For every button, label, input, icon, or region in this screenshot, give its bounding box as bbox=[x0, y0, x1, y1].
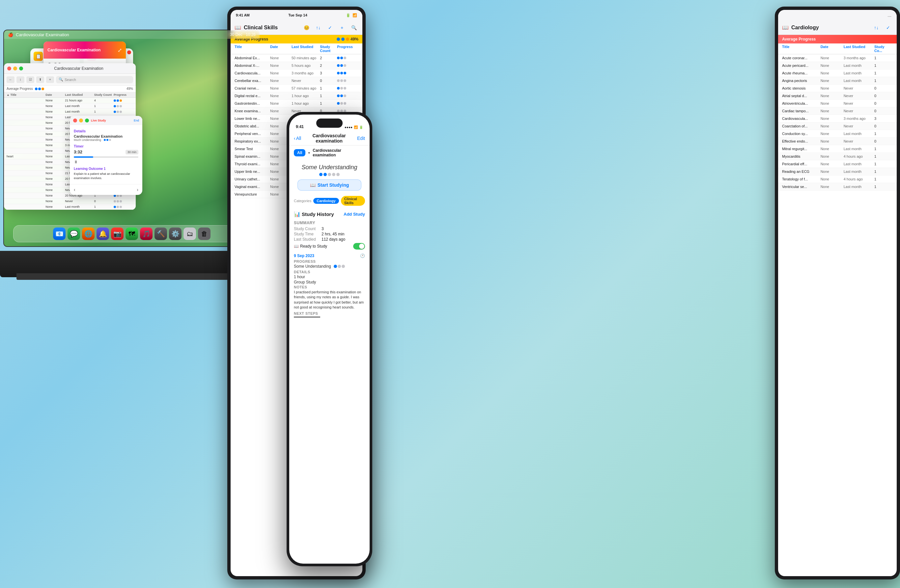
td-title: Upper limb ne... bbox=[234, 170, 270, 173]
cell-date: None bbox=[45, 166, 65, 169]
sort-icon-right[interactable]: ↑↓ bbox=[872, 23, 881, 32]
col-date[interactable]: Date bbox=[45, 93, 65, 96]
cell-date: None bbox=[45, 172, 65, 175]
th-title[interactable]: Title bbox=[234, 45, 270, 53]
th-count[interactable]: Study Count bbox=[320, 45, 337, 53]
back-button[interactable]: ← bbox=[6, 76, 14, 83]
emoji-icon[interactable]: 😊 bbox=[302, 23, 311, 32]
ipad-right-list-item[interactable]: Coarctation of...NoneNever0 bbox=[778, 122, 897, 130]
ipad-right-list-item[interactable]: Reading an ECGNoneLast month1 bbox=[778, 168, 897, 175]
traffic-light-close[interactable] bbox=[7, 67, 11, 70]
ipad-right-list-item[interactable]: Conduction sy...NoneLast month1 bbox=[778, 130, 897, 138]
dock-mail[interactable]: 📧 bbox=[53, 227, 65, 240]
ipad-right-list-item[interactable]: Pericardial eff...NoneLast month1 bbox=[778, 160, 897, 168]
dots-menu[interactable]: ... bbox=[888, 12, 891, 18]
ipad-right-list-item[interactable]: Cardiovascula...None3 months ago3 bbox=[778, 115, 897, 122]
ipad-right-list-item[interactable]: Mitral regurgit...NoneLast month1 bbox=[778, 145, 897, 153]
rtd-last: 3 months ago bbox=[844, 56, 874, 60]
search-icon[interactable]: 🔍 bbox=[349, 23, 358, 32]
cv-expand-icon[interactable]: ⤢ bbox=[118, 47, 122, 53]
td-progress bbox=[337, 64, 358, 67]
rtd-title: Acute coronar... bbox=[782, 56, 821, 60]
ipad-right-list-item[interactable]: Ventricular se...NoneLast month1 bbox=[778, 183, 897, 190]
ipad-list-item[interactable]: Cerebellar exa...NoneNever0 bbox=[231, 77, 362, 85]
dock-system-prefs[interactable]: ⚙️ bbox=[169, 227, 182, 240]
live-tl-green[interactable] bbox=[85, 119, 89, 122]
picker-all[interactable]: All bbox=[294, 149, 306, 156]
rth-count[interactable]: Study Co... bbox=[874, 45, 893, 53]
ipad-right-list-item[interactable]: Atrioventricula...NoneNever0 bbox=[778, 100, 897, 107]
rtd-title: Acute rheuma... bbox=[782, 71, 821, 75]
filter-button[interactable]: ☑ bbox=[26, 76, 34, 83]
add-study-button[interactable]: Add Study bbox=[344, 212, 365, 217]
dock-trash[interactable]: 🗑 bbox=[198, 227, 211, 240]
col-last[interactable]: Last Studied bbox=[65, 93, 94, 96]
prev-arrow[interactable]: ‹ bbox=[74, 187, 75, 192]
ipad-right-list-item[interactable]: Angina pectorisNoneLast month1 bbox=[778, 77, 897, 85]
ipad-right-list-item[interactable]: Aortic stenosisNoneNever0 bbox=[778, 85, 897, 92]
ipad-right-list-item[interactable]: Atrial septal d...NoneNever0 bbox=[778, 92, 897, 100]
share-button[interactable]: ⬆ bbox=[36, 76, 44, 83]
col-title[interactable]: ▲ Title bbox=[6, 93, 45, 96]
ipad-right-list-item[interactable]: Acute rheuma...NoneLast month1 bbox=[778, 70, 897, 77]
sort-icon[interactable]: ↑↓ bbox=[313, 23, 323, 32]
ipad-list-item[interactable]: Cranial nerve...None57 minutes ago1 bbox=[231, 85, 362, 92]
add-icon[interactable]: + bbox=[337, 23, 346, 32]
rth-date[interactable]: Date bbox=[821, 45, 844, 53]
ipad-right-list-item[interactable]: Effective endo...NoneNever0 bbox=[778, 138, 897, 145]
col-count[interactable]: Study Count bbox=[94, 93, 114, 96]
dock-music[interactable]: 🎵 bbox=[140, 227, 152, 240]
th-date[interactable]: Date bbox=[270, 45, 292, 53]
live-end-button[interactable]: End bbox=[134, 119, 139, 122]
next-arrow[interactable]: › bbox=[137, 187, 138, 192]
ipad-right-list-item[interactable]: MyocarditisNone4 hours ago1 bbox=[778, 153, 897, 160]
ipad-list-item[interactable]: Cardiovascula...None3 months ago3 bbox=[231, 70, 362, 77]
ipad-list-item[interactable]: Gastrointestin...None1 hour ago1 bbox=[231, 100, 362, 107]
check-icon[interactable]: ✓ bbox=[326, 23, 335, 32]
ipad-right-list-item[interactable]: Acute pericard...NoneLast month1 bbox=[778, 62, 897, 70]
start-studying-button[interactable]: 📖 Start Studying bbox=[298, 179, 362, 190]
ipad-list-item[interactable]: Abdominal X-...None5 hours ago2 bbox=[231, 62, 362, 70]
traffic-light-minimize[interactable] bbox=[13, 67, 17, 70]
td-title: Obstetric abd... bbox=[234, 124, 270, 128]
ipad-list-item[interactable]: Abdominal Ex...None50 minutes ago2 bbox=[231, 54, 362, 62]
rth-title[interactable]: Title bbox=[782, 45, 821, 53]
th-progress[interactable]: Progress bbox=[337, 45, 358, 53]
add-button[interactable]: + bbox=[46, 76, 54, 83]
cell-count: 4 bbox=[94, 99, 114, 102]
dock-photos[interactable]: 📷 bbox=[111, 227, 124, 240]
ready-toggle[interactable] bbox=[353, 243, 365, 249]
ipad-list-item[interactable]: Digital rectal e...None1 hour ago1 bbox=[231, 92, 362, 100]
col-progress[interactable]: Progress bbox=[114, 93, 133, 96]
iphone-edit-button[interactable]: Edit bbox=[357, 136, 365, 141]
category-cardiology[interactable]: Cardiology bbox=[313, 198, 339, 204]
detail-val1: 1 hour bbox=[294, 275, 365, 279]
sort-button[interactable]: ↕ bbox=[17, 76, 24, 83]
progress-dots bbox=[35, 88, 44, 90]
ipad-right-list-item[interactable]: Cardiac tampo...NoneNever0 bbox=[778, 107, 897, 115]
ipad-right-list-item[interactable]: Acute coronar...None3 months ago1 bbox=[778, 54, 897, 62]
th-last[interactable]: Last Studied bbox=[292, 45, 320, 53]
iphone-back-button[interactable]: ‹ All bbox=[294, 136, 301, 141]
dock-finder[interactable]: 🗂 bbox=[183, 227, 196, 240]
live-pause-button[interactable]: ⏸ bbox=[74, 160, 138, 164]
traffic-light-maximize[interactable] bbox=[19, 67, 23, 70]
detail-section-title: Details bbox=[294, 270, 365, 274]
search-bar[interactable]: 🔍 Search bbox=[56, 76, 133, 83]
apple-icon[interactable]: 🍎 bbox=[8, 32, 13, 37]
dock-safari[interactable]: 🌐 bbox=[82, 227, 95, 240]
dock-messages[interactable]: 💬 bbox=[68, 227, 80, 240]
check-icon-right[interactable]: ✓ bbox=[883, 23, 893, 32]
ready-label: 📖 Ready to Study bbox=[294, 244, 327, 249]
td-last: Never bbox=[292, 79, 320, 83]
live-tl-yellow[interactable] bbox=[79, 119, 83, 122]
dock-xcode[interactable]: 🔨 bbox=[155, 227, 167, 240]
ipad-right-list-item[interactable]: Teratology of f...None4 hours ago1 bbox=[778, 175, 897, 183]
dock-maps[interactable]: 🗺 bbox=[126, 227, 138, 240]
rth-last[interactable]: Last Studied bbox=[844, 45, 874, 53]
category-clinical[interactable]: Clinical Skills bbox=[341, 196, 365, 206]
dock-reminders[interactable]: 🔔 bbox=[96, 227, 109, 240]
cell-date: None bbox=[45, 155, 65, 158]
table-row: NoneLast month1 bbox=[4, 104, 136, 109]
live-tl-red[interactable] bbox=[73, 119, 77, 122]
